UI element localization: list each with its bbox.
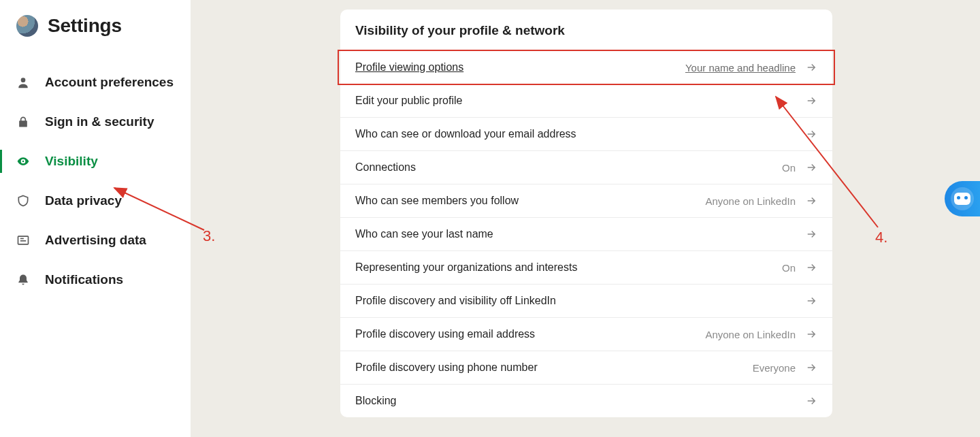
row-status: Everyone (753, 362, 796, 374)
row-label: Profile discovery using email address (355, 328, 705, 340)
row-last-name-visibility[interactable]: Who can see your last name (340, 217, 832, 250)
row-status: Your name and headline (685, 62, 796, 74)
row-label: Who can see members you follow (355, 195, 705, 207)
arrow-right-icon (805, 195, 817, 207)
arrow-right-icon (805, 295, 817, 307)
row-connections[interactable]: Connections On (340, 150, 832, 184)
arrow-right-icon (805, 361, 817, 374)
bell-icon (16, 273, 30, 287)
row-discovery-phone[interactable]: Profile discovery using phone number Eve… (340, 351, 832, 384)
svg-point-0 (21, 78, 26, 82)
arrow-right-icon (805, 95, 817, 107)
row-label: Profile discovery and visibility off Lin… (355, 295, 796, 307)
sidebar-item-label: Notifications (45, 272, 123, 287)
sidebar-item-label: Sign in & security (45, 114, 154, 129)
row-right (796, 128, 817, 140)
row-label: Profile viewing options (355, 61, 685, 74)
row-profile-viewing-options[interactable]: Profile viewing options Your name and he… (340, 50, 832, 84)
row-right (796, 228, 817, 240)
news-icon (16, 233, 30, 247)
row-right (796, 95, 817, 107)
row-label: Connections (355, 161, 782, 174)
sidebar-item-label: Visibility (45, 154, 98, 169)
row-label: Edit your public profile (355, 95, 796, 107)
row-label: Representing your organizations and inte… (355, 261, 782, 274)
sidebar-item-notifications[interactable]: Notifications (0, 260, 191, 300)
row-discovery-off-linkedin[interactable]: Profile discovery and visibility off Lin… (340, 284, 832, 317)
settings-sidebar: Settings Account preferences Sign in & s… (0, 0, 191, 437)
arrow-right-icon (805, 128, 817, 140)
sidebar-item-label: Data privacy (45, 193, 122, 208)
row-right: On (782, 261, 817, 274)
row-representing-orgs[interactable]: Representing your organizations and inte… (340, 250, 832, 284)
annotation-num-3: 3. (203, 227, 215, 245)
panel-title: Visibility of your profile & network (340, 10, 832, 50)
visibility-panel: Visibility of your profile & network Pro… (340, 10, 832, 417)
settings-nav: Account preferences Sign in & security V… (0, 63, 191, 300)
sidebar-item-account-preferences[interactable]: Account preferences (0, 63, 191, 102)
row-right: Your name and headline (685, 61, 817, 74)
row-right: Anyone on LinkedIn (705, 195, 817, 207)
sidebar-item-sign-in-security[interactable]: Sign in & security (0, 102, 191, 142)
row-label: Who can see or download your email addre… (355, 128, 796, 140)
row-status: On (782, 162, 796, 174)
settings-header: Settings (0, 0, 191, 49)
eye-icon (16, 155, 30, 168)
arrow-right-icon (805, 328, 817, 340)
shield-icon (16, 194, 30, 208)
arrow-right-icon (805, 161, 817, 174)
bot-icon (951, 187, 974, 210)
page-title: Settings (48, 15, 122, 37)
row-email-visibility[interactable]: Who can see or download your email addre… (340, 117, 832, 150)
row-label: Blocking (355, 395, 796, 407)
lock-icon (16, 115, 30, 129)
chat-bot-widget[interactable] (945, 181, 980, 216)
row-label: Profile discovery using phone number (355, 361, 753, 374)
sidebar-item-label: Account preferences (45, 75, 174, 90)
sidebar-item-visibility[interactable]: Visibility (0, 142, 191, 181)
row-right (796, 395, 817, 407)
arrow-right-icon (805, 228, 817, 240)
person-icon (16, 76, 30, 89)
row-label: Who can see your last name (355, 228, 796, 240)
avatar[interactable] (16, 15, 38, 37)
arrow-right-icon (805, 395, 817, 407)
row-discovery-email[interactable]: Profile discovery using email address An… (340, 317, 832, 351)
sidebar-item-advertising-data[interactable]: Advertising data (0, 221, 191, 260)
row-right: On (782, 161, 817, 174)
row-right (796, 295, 817, 307)
row-status: Anyone on LinkedIn (705, 329, 796, 340)
row-right: Everyone (753, 361, 817, 374)
row-right: Anyone on LinkedIn (705, 328, 817, 340)
annotation-num-4: 4. (875, 229, 887, 246)
sidebar-item-label: Advertising data (45, 233, 146, 248)
sidebar-item-data-privacy[interactable]: Data privacy (0, 181, 191, 221)
arrow-right-icon (805, 261, 817, 274)
row-status: Anyone on LinkedIn (705, 195, 796, 207)
row-edit-public-profile[interactable]: Edit your public profile (340, 84, 832, 117)
arrow-right-icon (805, 61, 817, 74)
row-status: On (782, 262, 796, 274)
row-members-you-follow[interactable]: Who can see members you follow Anyone on… (340, 184, 832, 217)
row-blocking[interactable]: Blocking (340, 384, 832, 417)
